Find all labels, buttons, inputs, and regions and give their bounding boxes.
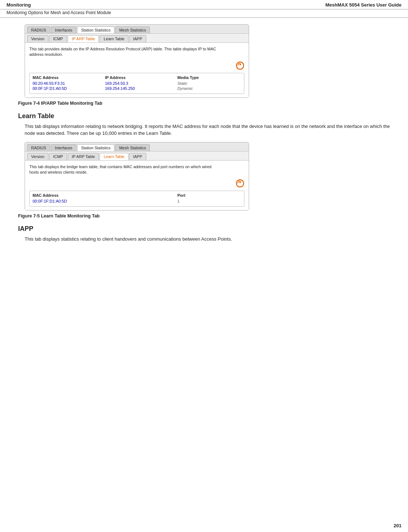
learn-table: MAC Address Port 00:0F:1F:D1:A0:5D 1 — [29, 191, 244, 207]
refresh-area-1 — [29, 61, 244, 70]
top-tab-row-2: RADIUS Interfaces Station Statistics Mes… — [25, 142, 249, 151]
arp-table-header: MAC Address IP Address Media Type — [33, 75, 241, 80]
figure4-panel: RADIUS Interfaces Station Statistics Mes… — [25, 24, 249, 98]
media-1: Static — [177, 81, 235, 86]
panel-body-1: This tab provides details on the IP Addr… — [25, 43, 249, 97]
tab-iapp-1[interactable]: IAPP — [129, 35, 146, 42]
header-right: MeshMAX 5054 Series User Guide — [325, 2, 401, 8]
learn-table-header: MAC Address Port — [33, 193, 241, 198]
arp-row-2: 00:0F:1F:D1:A0:5D 169.254.145.250 Dynami… — [33, 86, 241, 91]
arp-table: MAC Address IP Address Media Type 00:20:… — [29, 73, 244, 94]
page-header: Monitoring MeshMAX 5054 Series User Guid… — [0, 0, 408, 9]
col-ip-header: IP Address — [105, 75, 177, 80]
tab-learn-table-1[interactable]: Learn Table — [100, 35, 128, 42]
refresh-icon-1[interactable] — [236, 61, 244, 70]
ip-1: 169.254.50.3 — [105, 81, 177, 86]
tab-ip-arp-2[interactable]: IP ARP Table — [68, 153, 99, 160]
learn-table-heading: Learn Table — [18, 112, 397, 120]
arp-row-1: 00:20:46:55:F3:31 169.254.50.3 Static — [33, 81, 241, 86]
tab-version-1[interactable]: Version — [27, 35, 49, 42]
tab-radius-1[interactable]: RADIUS — [27, 26, 50, 33]
tab-station-stats-2[interactable]: Station Statistics — [77, 144, 114, 151]
iapp-body: This tab displays statistics relating to… — [25, 236, 397, 243]
main-content: RADIUS Interfaces Station Statistics Mes… — [0, 18, 408, 254]
tab-mesh-stats-2[interactable]: Mesh Statistics — [115, 144, 150, 151]
page-footer: 201 — [394, 523, 401, 528]
tab-station-stats-1[interactable]: Station Statistics — [77, 26, 114, 33]
refresh-icon-2[interactable] — [236, 179, 244, 188]
figure5-caption: Figure 7-5 Learn Table Monitoring Tab — [18, 213, 397, 219]
top-tab-row-1: RADIUS Interfaces Station Statistics Mes… — [25, 25, 249, 34]
tab-icmp-2[interactable]: ICMP — [49, 153, 67, 160]
tab-learn-table-2[interactable]: Learn Table — [100, 153, 128, 160]
second-tab-row-1: Version ICMP IP ARP Table Learn Table IA… — [25, 34, 249, 43]
col-mac-header: MAC Address — [33, 75, 105, 80]
lt-port-1: 1 — [177, 199, 214, 203]
tab-interfaces-2[interactable]: Interfaces — [51, 144, 76, 151]
page-subtitle: Monitoring Options for Mesh and Access P… — [0, 9, 408, 18]
panel-desc-2: This tab displays the bridge learn table… — [29, 164, 244, 175]
col-media-header: Media Type — [177, 75, 235, 80]
panel-desc-1: This tab provides details on the IP Addr… — [29, 46, 244, 58]
tab-icmp-1[interactable]: ICMP — [49, 35, 67, 42]
figure5-panel: RADIUS Interfaces Station Statistics Mes… — [25, 142, 249, 211]
col-port-header-lt: Port — [177, 193, 214, 198]
page-number: 201 — [394, 523, 401, 528]
mac-1: 00:20:46:55:F3:31 — [33, 81, 105, 86]
iapp-heading: IAPP — [18, 225, 397, 233]
refresh-area-2 — [29, 179, 244, 188]
lt-mac-1: 00:0F:1F:D1:A0:5D — [33, 199, 177, 203]
tab-version-2[interactable]: Version — [27, 153, 49, 160]
header-left: Monitoring — [7, 2, 31, 8]
col-mac-header-lt: MAC Address — [33, 193, 177, 198]
second-tab-row-2: Version ICMP IP ARP Table Learn Table IA… — [25, 151, 249, 161]
panel-body-2: This tab displays the bridge learn table… — [25, 161, 249, 210]
tab-iapp-2[interactable]: IAPP — [129, 153, 146, 160]
tab-radius-2[interactable]: RADIUS — [27, 144, 50, 151]
learn-table-body: This tab displays information relating t… — [25, 123, 397, 137]
tab-mesh-stats-1[interactable]: Mesh Statistics — [115, 26, 150, 33]
tab-ip-arp-1[interactable]: IP ARP Table — [68, 35, 99, 42]
tab-interfaces-1[interactable]: Interfaces — [51, 26, 76, 33]
learn-row-1: 00:0F:1F:D1:A0:5D 1 — [33, 199, 241, 203]
ip-2: 169.254.145.250 — [105, 86, 177, 91]
media-2: Dynamic — [177, 86, 235, 91]
mac-2: 00:0F:1F:D1:A0:5D — [33, 86, 105, 91]
figure4-caption: Figure 7-4 IP/ARP Table Monitoring Tab — [18, 101, 397, 106]
